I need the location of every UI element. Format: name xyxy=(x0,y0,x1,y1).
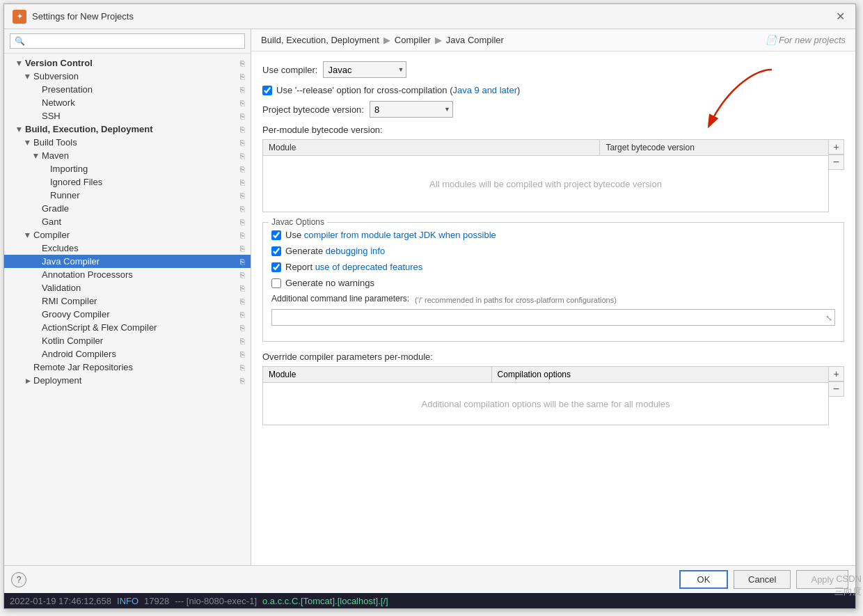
copy-icon: ⎘ xyxy=(240,165,245,173)
sidebar-item-build-execution-deployment[interactable]: ▶ Build, Execution, Deployment ⎘ xyxy=(4,123,251,136)
copy-icon: ⎘ xyxy=(240,297,245,306)
panel-body: Use compiler: Javac Eclipse ▼ Use '--rel… xyxy=(251,52,855,565)
sidebar-item-rmi-compiler[interactable]: ▶ RMI Compiler ⎘ xyxy=(4,294,251,308)
search-box xyxy=(4,29,251,54)
generate-no-warnings-checkbox[interactable] xyxy=(271,278,281,288)
sidebar-item-annotation-processors[interactable]: ▶ Annotation Processors ⎘ xyxy=(4,268,251,281)
sidebar-item-label: Annotation Processors xyxy=(42,269,133,280)
remove-module-button[interactable]: − xyxy=(829,155,844,170)
target-bytecode-col-header: Target bytecode version xyxy=(600,140,828,155)
sidebar-item-label: Remote Jar Repositories xyxy=(33,362,133,372)
dialog-title: Settings for New Projects xyxy=(32,11,134,22)
sidebar-item-ssh[interactable]: ▶ SSH ⎘ xyxy=(4,109,251,123)
javac-options-title: Javac Options xyxy=(269,217,327,227)
sidebar-item-excludes[interactable]: ▶ Excludes ⎘ xyxy=(4,242,251,255)
remove-override-button[interactable]: − xyxy=(829,381,844,397)
expand-arrow: ▶ xyxy=(15,59,24,68)
report-deprecated-checkbox[interactable] xyxy=(271,262,281,272)
sidebar-item-gant[interactable]: ▶ Gant ⎘ xyxy=(4,215,251,228)
copy-icon: ⎘ xyxy=(240,99,245,107)
sidebar-item-label: Deployment xyxy=(33,375,81,386)
sidebar-item-compiler[interactable]: ▶ Compiler ⎘ xyxy=(4,228,251,242)
close-button[interactable]: ✕ xyxy=(833,10,847,24)
watermark-line1: CSDN xyxy=(834,573,862,585)
bytecode-select[interactable]: 8 11 17 xyxy=(370,101,453,118)
cmdline-section: Additional command line parameters: ('/'… xyxy=(271,294,835,326)
copy-icon: ⎘ xyxy=(240,112,245,120)
breadcrumb-part-2: Compiler xyxy=(395,35,431,45)
javac-options-section: Javac Options Use compiler from module t… xyxy=(262,222,844,342)
sidebar-item-kotlin-compiler[interactable]: ▶ Kotlin Compiler ⎘ xyxy=(4,334,251,347)
sidebar-item-remote-jar-repositories[interactable]: ▶ Remote Jar Repositories ⎘ xyxy=(4,361,251,374)
sidebar-item-label: Validation xyxy=(42,283,81,293)
copy-icon: ⎘ xyxy=(240,244,245,253)
use-compiler-module-jdk-checkbox[interactable] xyxy=(271,230,281,240)
breadcrumb-sep-2: ▶ xyxy=(435,35,442,45)
right-panel: Build, Execution, Deployment ▶ Compiler … xyxy=(251,29,855,565)
sidebar-item-network[interactable]: ▶ Network ⎘ xyxy=(4,96,251,109)
sidebar-item-importing[interactable]: ▶ Importing ⎘ xyxy=(4,162,251,175)
sidebar-item-label: Importing xyxy=(50,164,88,174)
sidebar-item-label: Presentation xyxy=(42,84,93,95)
search-input[interactable] xyxy=(10,33,245,49)
use-release-checkbox[interactable] xyxy=(262,86,272,95)
sidebar-item-ignored-files[interactable]: ▶ Ignored Files ⎘ xyxy=(4,175,251,189)
override-header: Override compiler parameters per-module: xyxy=(262,352,844,362)
use-compiler-module-jdk-label: Use compiler from module target JDK when… xyxy=(285,230,496,240)
sidebar: ▶ Version Control ⎘ ▶ Subversion ⎘ ▶ Pre… xyxy=(4,29,251,565)
sidebar-item-actionscript-flex-compiler[interactable]: ▶ ActionScript & Flex Compiler ⎘ xyxy=(4,321,251,334)
log-prefix: --- [nio-8080-exec-1] xyxy=(175,596,257,606)
sidebar-item-deployment[interactable]: ▶ Deployment ⎘ xyxy=(4,374,251,387)
generate-debugging-info-label: Generate debugging info xyxy=(285,246,385,256)
cancel-button[interactable]: Cancel xyxy=(734,570,791,589)
expand-arrow: ▶ xyxy=(24,231,32,239)
sidebar-item-java-compiler[interactable]: ▶ Java Compiler ⎘ xyxy=(4,255,251,268)
help-button[interactable]: ? xyxy=(11,572,26,587)
sidebar-item-validation[interactable]: ▶ Validation ⎘ xyxy=(4,281,251,294)
sidebar-item-maven[interactable]: ▶ Maven ⎘ xyxy=(4,149,251,162)
generate-debugging-info-checkbox[interactable] xyxy=(271,246,281,256)
sidebar-item-label: SSH xyxy=(42,111,61,121)
cmdline-label-row: Additional command line parameters: ('/'… xyxy=(271,294,835,306)
copy-icon: ⎘ xyxy=(240,337,245,345)
sidebar-item-android-compilers[interactable]: ▶ Android Compilers ⎘ xyxy=(4,347,251,361)
bottom-bar: ? OK Cancel Apply xyxy=(4,565,855,593)
copy-icon: ⎘ xyxy=(240,350,245,358)
sidebar-item-label: Version Control xyxy=(25,58,93,68)
use-compiler-select[interactable]: Javac Eclipse xyxy=(323,61,406,78)
log-time: 2022-01-19 17:46:12,658 xyxy=(10,596,111,606)
add-module-button[interactable]: + xyxy=(829,139,844,155)
title-bar: ✦ Settings for New Projects ✕ xyxy=(4,4,855,29)
copy-icon: ⎘ xyxy=(240,231,245,239)
copy-icon: ⎘ xyxy=(240,218,245,226)
sidebar-item-build-tools[interactable]: ▶ Build Tools ⎘ xyxy=(4,136,251,149)
breadcrumb-part-1: Build, Execution, Deployment xyxy=(261,35,379,45)
generate-no-warnings-label: Generate no warnings xyxy=(285,278,374,288)
additional-cmdline-input[interactable] xyxy=(271,309,835,326)
expand-arrow: ▶ xyxy=(15,125,24,134)
copy-icon: ⎘ xyxy=(240,377,245,385)
sidebar-item-label: Network xyxy=(42,97,75,108)
sidebar-item-groovy-compiler[interactable]: ▶ Groovy Compiler ⎘ xyxy=(4,308,251,321)
copy-icon: ⎘ xyxy=(240,284,245,292)
bytecode-label: Project bytecode version: xyxy=(262,104,364,115)
sidebar-item-runner[interactable]: ▶ Runner ⎘ xyxy=(4,189,251,202)
sidebar-item-presentation[interactable]: ▶ Presentation ⎘ xyxy=(4,83,251,96)
doc-icon: 📄 xyxy=(766,35,777,45)
breadcrumb-part-3: Java Compiler xyxy=(446,35,504,45)
ok-button[interactable]: OK xyxy=(679,570,728,589)
expand-arrow: ▶ xyxy=(24,72,32,81)
override-label: Override compiler parameters per-module: xyxy=(262,352,433,362)
sidebar-item-label: Subversion xyxy=(33,71,79,81)
sidebar-item-version-control[interactable]: ▶ Version Control ⎘ xyxy=(4,56,251,70)
sidebar-item-subversion[interactable]: ▶ Subversion ⎘ xyxy=(4,70,251,83)
tree-area: ▶ Version Control ⎘ ▶ Subversion ⎘ ▶ Pre… xyxy=(4,54,251,565)
copy-icon: ⎘ xyxy=(240,86,245,94)
sidebar-item-gradle[interactable]: ▶ Gradle ⎘ xyxy=(4,202,251,215)
use-compiler-label: Use compiler: xyxy=(262,65,317,75)
per-module-header: Per-module bytecode version: xyxy=(262,125,844,135)
add-override-button[interactable]: + xyxy=(829,366,844,381)
module-table-buttons: + − xyxy=(829,139,844,212)
breadcrumb-bar: Build, Execution, Deployment ▶ Compiler … xyxy=(251,29,855,52)
watermark: CSDN 三向度 xyxy=(834,573,862,598)
